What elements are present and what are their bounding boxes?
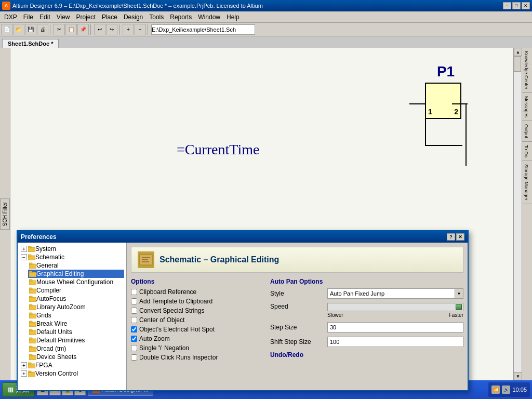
folder-icon-break-wire <box>29 321 36 327</box>
tree-item-break-wire[interactable]: Break Wire <box>28 320 124 328</box>
storage-manager-tab[interactable]: Storage Manager <box>522 161 532 204</box>
menu-tools[interactable]: Tools <box>146 12 167 22</box>
pref-window-controls: ? ✕ <box>447 233 464 241</box>
tb-open[interactable]: 📂 <box>13 24 24 35</box>
menu-edit[interactable]: Edit <box>36 12 54 22</box>
style-select[interactable]: Auto Pan Fixed Jump ▼ <box>327 288 463 299</box>
path-input[interactable] <box>151 24 255 35</box>
step-size-input[interactable] <box>327 322 463 332</box>
menu-view[interactable]: View <box>54 12 73 22</box>
tree-expand-vc[interactable]: + <box>21 370 27 377</box>
todo-tab[interactable]: To-Do <box>522 142 532 161</box>
menu-reports[interactable]: Reports <box>167 12 195 22</box>
tb-cut[interactable]: ✂ <box>54 24 65 35</box>
tree-item-fpga[interactable]: + FPGA <box>20 361 124 369</box>
tb-copy[interactable]: 📋 <box>65 24 77 35</box>
tree-item-grids[interactable]: Grids <box>28 311 124 320</box>
cb-center-object[interactable] <box>131 317 137 323</box>
style-value: Auto Pan Fixed Jump <box>328 290 455 297</box>
output-tab[interactable]: Output <box>522 121 532 142</box>
cb-single-negation[interactable] <box>131 345 137 351</box>
tb-new[interactable]: 📄 <box>1 24 12 35</box>
menu-window[interactable]: Window <box>195 12 223 22</box>
tb-undo[interactable]: ↩ <box>94 24 105 35</box>
scroll-track[interactable] <box>514 56 522 372</box>
tb-redo[interactable]: ↪ <box>106 24 117 35</box>
speed-slider[interactable] <box>327 303 463 311</box>
tree-expand-fpga[interactable]: + <box>21 362 27 368</box>
scroll-down-button[interactable]: ▼ <box>514 372 522 380</box>
sheet1-tab[interactable]: Sheet1.SchDoc * <box>2 39 59 48</box>
svg-rect-6 <box>29 272 36 277</box>
tree-item-lib-autozoom[interactable]: Library AutoZoom <box>28 303 124 311</box>
speed-thumb[interactable] <box>456 304 462 310</box>
messages-tab[interactable]: Messages <box>522 93 532 121</box>
tree-expand-schematic[interactable]: − <box>21 254 27 260</box>
sch-filter-tab[interactable]: SCH Filter <box>0 198 10 230</box>
svg-rect-5 <box>29 263 32 264</box>
style-dropdown-arrow[interactable]: ▼ <box>455 289 463 298</box>
knowledge-center-tab[interactable]: Knowledge Center <box>522 48 532 93</box>
tree-item-schematic[interactable]: − Schematic <box>20 253 124 261</box>
minimize-button[interactable]: − <box>503 2 511 9</box>
vertical-scrollbar[interactable]: ▲ ▼ <box>513 48 522 380</box>
tb-zoom-out[interactable]: − <box>135 24 146 35</box>
tree-item-default-prims[interactable]: Default Primitives <box>28 336 124 344</box>
tree-item-general[interactable]: General <box>28 261 124 270</box>
app-icon: A <box>2 2 10 10</box>
menu-dxp[interactable]: DXP <box>1 12 20 22</box>
tree-item-version-control[interactable]: + Version Control <box>20 369 124 378</box>
menu-file[interactable]: File <box>20 12 36 22</box>
maximize-button[interactable]: □ <box>512 2 521 9</box>
pref-help-button[interactable]: ? <box>447 233 455 241</box>
menu-design[interactable]: Design <box>121 12 146 22</box>
svg-rect-8 <box>29 281 36 285</box>
menu-place[interactable]: Place <box>99 12 121 22</box>
tree-item-compiler[interactable]: Compiler <box>28 286 124 295</box>
tree-item-autofocus[interactable]: AutoFocus <box>28 295 124 303</box>
svg-rect-22 <box>29 339 36 343</box>
folder-icon-autofocus <box>29 296 36 302</box>
speed-faster-label: Faster <box>449 312 463 318</box>
tree-item-graphical-editing[interactable]: Graphical Editing <box>28 270 124 278</box>
right-panel: Knowledge Center Messages Output To-Do S… <box>522 48 532 380</box>
tree-item-orcad[interactable]: Orcad (tm) <box>28 344 124 353</box>
tree-item-device-sheets[interactable]: Device Sheets <box>28 353 124 361</box>
checkbox-single-negation: Single '\' Negation <box>131 344 266 352</box>
tree-item-system[interactable]: + System <box>20 245 124 253</box>
menu-project[interactable]: Project <box>73 12 99 22</box>
tree-expand-system[interactable]: + <box>21 246 27 252</box>
cb-clipboard-reference[interactable] <box>131 289 137 295</box>
shift-step-input[interactable] <box>327 337 463 347</box>
folder-icon-schematic <box>28 254 35 260</box>
scroll-up-button[interactable]: ▲ <box>514 48 522 56</box>
style-label: Style <box>270 290 327 297</box>
cb-double-click[interactable] <box>131 354 137 361</box>
tb-save[interactable]: 💾 <box>25 24 36 35</box>
tb-print[interactable]: 🖨 <box>37 24 48 35</box>
pref-close-button[interactable]: ✕ <box>456 233 464 241</box>
cb-add-template[interactable] <box>131 298 137 304</box>
cb-electrical-hotspot[interactable] <box>131 326 137 332</box>
cb-label-clipboard-reference: Clipboard Reference <box>139 288 196 296</box>
folder-icon <box>28 246 35 252</box>
cb-convert-strings[interactable] <box>131 308 137 314</box>
menu-help[interactable]: Help <box>223 12 243 22</box>
tb-paste[interactable]: 📌 <box>77 24 89 35</box>
checkbox-auto-zoom: Auto Zoom <box>131 335 266 342</box>
tree-item-mouse-wheel[interactable]: Mouse Wheel Configuration <box>28 278 124 286</box>
p1-component: P1 1 2 <box>425 63 467 119</box>
scroll-thumb[interactable] <box>514 56 521 72</box>
style-row: Style Auto Pan Fixed Jump ▼ <box>270 288 463 299</box>
cb-auto-zoom[interactable] <box>131 336 137 342</box>
pref-options-area: Options Clipboard Reference Add Template… <box>131 278 463 363</box>
svg-rect-23 <box>29 338 32 339</box>
current-time-text: =CurrentTime <box>177 141 259 158</box>
tree-item-default-units[interactable]: Default Units <box>28 328 124 336</box>
tb-zoom-in[interactable]: + <box>123 24 134 35</box>
shift-step-label: Shift Step Size <box>270 338 327 345</box>
tab-bar: Sheet1.SchDoc * <box>0 36 532 48</box>
close-button[interactable]: ✕ <box>522 2 530 9</box>
folder-icon-compiler <box>29 287 36 294</box>
tree-label-graphical-editing: Graphical Editing <box>36 270 84 277</box>
